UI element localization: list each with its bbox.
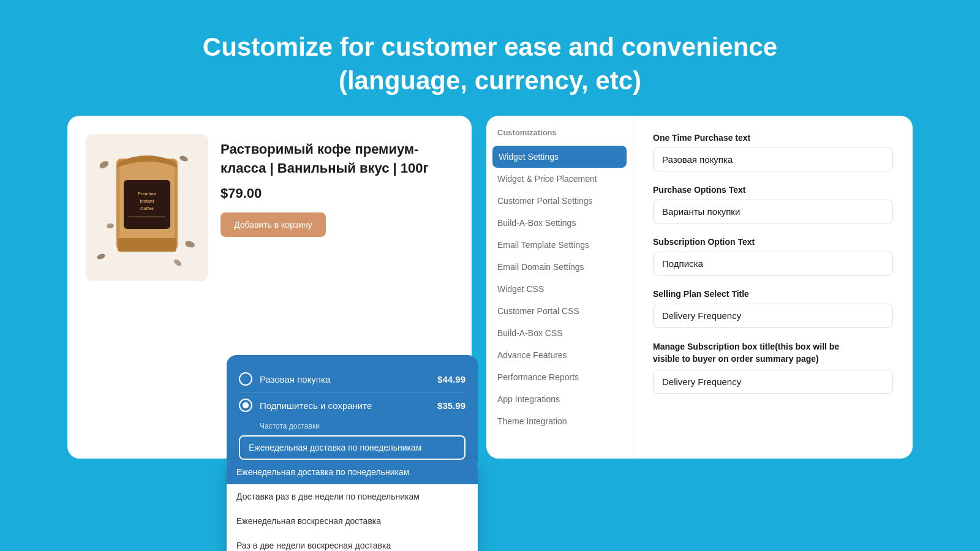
sidebar-item-build-a-box[interactable]: Build-A-Box Settings xyxy=(486,212,633,234)
label-one-time-purchase: One Time Purchase text xyxy=(653,133,893,143)
field-purchase-options: Purchase Options Text xyxy=(653,185,893,223)
frequency-label: Частота доставки xyxy=(260,422,466,430)
radio-one-time[interactable] xyxy=(239,372,252,386)
field-manage-subscription: Manage Subscription box title(this box w… xyxy=(653,341,893,394)
input-purchase-options[interactable] xyxy=(653,200,893,223)
label-selling-plan: Selling Plan Select Title xyxy=(653,289,893,299)
input-selling-plan[interactable] xyxy=(653,304,893,328)
option-subscribe-price: $35.99 xyxy=(437,400,466,411)
input-subscription-option[interactable] xyxy=(653,252,893,276)
sidebar: Customizations Widget Settings Widget & … xyxy=(486,116,633,459)
widget-option-subscribe[interactable]: Подпишитесь и сохраните $35.99 xyxy=(239,392,466,418)
sidebar-item-theme-integration[interactable]: Theme Integration xyxy=(486,410,633,432)
input-one-time-purchase[interactable] xyxy=(653,148,893,171)
sidebar-item-widget-price[interactable]: Widget & Price Placement xyxy=(486,168,633,190)
header-line1: Customize for customer ease and convenie… xyxy=(203,32,777,61)
field-one-time-purchase: One Time Purchase text xyxy=(653,133,893,171)
radio-subscribe[interactable] xyxy=(239,399,252,412)
product-image: Premium Instant Coffee xyxy=(86,134,208,281)
product-title: Растворимый кофе премиум-класса | Ваниль… xyxy=(221,140,453,178)
sidebar-item-customer-portal-css[interactable]: Customer Portal CSS xyxy=(486,300,633,322)
option-one-time-label: Разовая покупка xyxy=(260,374,437,384)
widget-area: Разовая покупка $44.99 Подпишитесь и сох… xyxy=(227,355,478,471)
left-card: Premium Instant Coffee Растворимый кофе … xyxy=(67,116,472,459)
sidebar-item-performance-reports[interactable]: Performance Reports xyxy=(486,366,633,388)
svg-text:Premium: Premium xyxy=(138,192,156,196)
sidebar-item-advance-features[interactable]: Advance Features xyxy=(486,344,633,366)
svg-text:Instant: Instant xyxy=(140,199,155,203)
field-selling-plan: Selling Plan Select Title xyxy=(653,289,893,328)
dropdown-item-1[interactable]: Еженедельная доставка по понедельникам xyxy=(227,460,478,484)
sidebar-item-app-integrations[interactable]: App Integrations xyxy=(486,388,633,410)
sidebar-item-widget-css[interactable]: Widget CSS xyxy=(486,278,633,300)
product-info: Растворимый кофе премиум-класса | Ваниль… xyxy=(221,134,453,237)
field-subscription-option: Subscription Option Text xyxy=(653,237,893,276)
sidebar-item-email-domain[interactable]: Email Domain Settings xyxy=(486,256,633,278)
sidebar-item-customer-portal[interactable]: Customer Portal Settings xyxy=(486,190,633,212)
product-section: Premium Instant Coffee Растворимый кофе … xyxy=(86,134,453,281)
add-to-cart-button[interactable]: Добавить в корзину xyxy=(221,212,326,237)
sidebar-item-email-template[interactable]: Email Template Settings xyxy=(486,234,633,256)
dropdown-item-2[interactable]: Доставка раз в две недели по понедельник… xyxy=(227,484,478,509)
frequency-dropdown-container: Еженедельная доставка по понедельникам Е… xyxy=(239,435,466,460)
sidebar-title: Customizations xyxy=(486,128,633,146)
main-content: Premium Instant Coffee Растворимый кофе … xyxy=(31,116,949,459)
frequency-selected[interactable]: Еженедельная доставка по понедельникам xyxy=(239,435,466,460)
dropdown-item-3[interactable]: Еженедельная воскресная доставка xyxy=(227,509,478,533)
option-subscribe-label: Подпишитесь и сохраните xyxy=(260,400,437,411)
widget-option-one-time[interactable]: Разовая покупка $44.99 xyxy=(239,366,466,392)
sidebar-item-build-a-box-css[interactable]: Build-A-Box CSS xyxy=(486,322,633,344)
svg-rect-10 xyxy=(124,180,170,229)
option-one-time-price: $44.99 xyxy=(437,374,466,384)
svg-rect-9 xyxy=(118,238,176,252)
svg-text:Coffee: Coffee xyxy=(140,206,154,211)
label-purchase-options: Purchase Options Text xyxy=(653,185,893,195)
settings-content: One Time Purchase text Purchase Options … xyxy=(633,116,913,459)
input-manage-subscription[interactable] xyxy=(653,370,893,394)
label-manage-subscription: Manage Subscription box title(this box w… xyxy=(653,341,893,365)
sidebar-item-widget-settings[interactable]: Widget Settings xyxy=(492,146,627,168)
right-card: Customizations Widget Settings Widget & … xyxy=(486,116,913,459)
frequency-dropdown: Еженедельная доставка по понедельникам Д… xyxy=(227,460,478,551)
dropdown-item-4[interactable]: Раз в две недели воскресная доставка xyxy=(227,533,478,551)
label-subscription-option: Subscription Option Text xyxy=(653,237,893,247)
product-price: $79.00 xyxy=(221,186,453,201)
page-header: Customize for customer ease and convenie… xyxy=(190,0,790,116)
header-line2: (language, currency, etc) xyxy=(339,66,641,95)
